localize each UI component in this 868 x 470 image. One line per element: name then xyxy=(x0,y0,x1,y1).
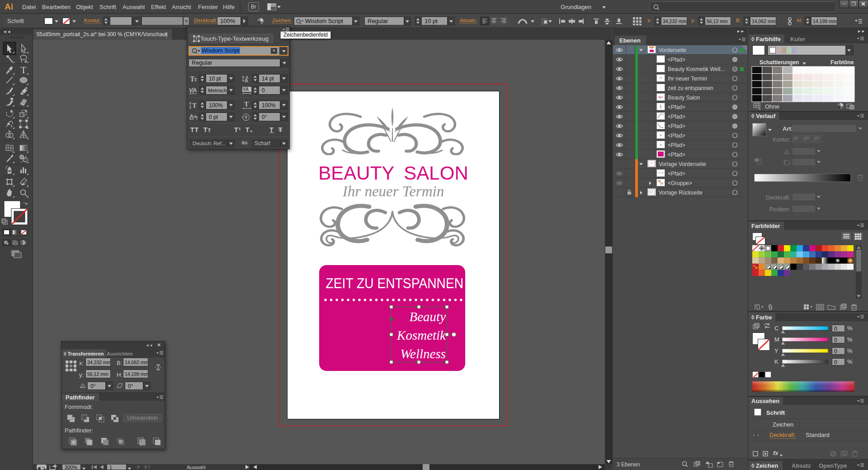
svg-text:T: T xyxy=(192,102,197,109)
svg-text:a: a xyxy=(194,114,197,119)
svg-text:❀: ❀ xyxy=(660,143,662,146)
svg-text:VA: VA xyxy=(243,87,249,92)
svg-text:A: A xyxy=(189,113,194,120)
svg-text:T: T xyxy=(194,77,198,82)
svg-text:BS: BS xyxy=(651,47,653,49)
svg-text:T: T xyxy=(244,101,249,108)
svg-text:Ihr: Ihr xyxy=(660,76,662,79)
svg-text:T: T xyxy=(195,36,198,41)
svg-text:T: T xyxy=(21,65,27,76)
svg-text:A: A xyxy=(245,78,248,83)
svg-text:A: A xyxy=(193,87,197,94)
svg-text:T: T xyxy=(245,114,248,120)
svg-text:V: V xyxy=(189,87,193,94)
svg-text:BEA: BEA xyxy=(658,96,663,99)
svg-text:◄◄: ◄◄ xyxy=(3,29,11,34)
svg-text:❀: ❀ xyxy=(660,134,662,137)
